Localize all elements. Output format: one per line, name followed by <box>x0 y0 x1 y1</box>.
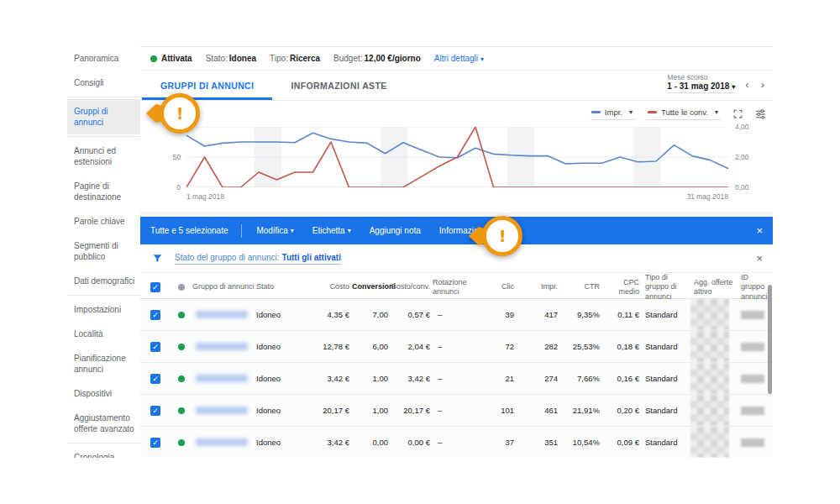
column-header[interactable]: Gruppo di annunci <box>192 282 256 291</box>
close-icon[interactable]: × <box>756 224 763 237</box>
date-next-button[interactable]: › <box>759 79 766 93</box>
sidebar-item-localit-[interactable]: Località <box>67 322 140 346</box>
cell-id-gruppo-redacted <box>741 375 764 383</box>
sidebar-item-segmenti-di-pubblico[interactable]: Segmenti di pubblico <box>67 234 140 269</box>
cell-agg-offerte-redacted <box>690 331 729 362</box>
action-modifica[interactable]: Modifica▾ <box>256 226 293 235</box>
cell-cpc_medio: 0,16 € <box>602 374 642 383</box>
cell-stato: Idoneo <box>256 438 308 447</box>
sidebar-item-dispositivi[interactable]: Dispositivi <box>67 381 140 406</box>
cell-costo: 4,35 € <box>308 310 352 319</box>
column-header[interactable]: Costo <box>308 282 352 291</box>
y-left-tick-100: 100 <box>157 123 181 131</box>
sidebar-item-pianificazione-annunci[interactable]: Pianificazione annunci <box>67 346 140 381</box>
sidebar-item-dati-demografici[interactable]: Dati demografici <box>67 269 140 293</box>
adgroups-table: ✓Gruppo di annunciStatoCostoConversioniC… <box>140 273 773 458</box>
enabled-status-icon <box>178 407 185 414</box>
adgroup-name-redacted[interactable] <box>196 407 248 414</box>
column-header[interactable]: CTR <box>560 282 602 291</box>
sidebar-divider <box>67 295 140 296</box>
enabled-status-icon <box>178 439 185 446</box>
filter-bar: Stato del gruppo di annunci:Tutti gli at… <box>140 244 773 273</box>
sidebar-item-panoramica[interactable]: Panoramica <box>67 46 140 71</box>
campaign-field-tipo: Tipo:Ricerca <box>270 54 320 63</box>
adgroup-name-redacted[interactable] <box>196 311 248 318</box>
active-status-icon <box>150 55 157 62</box>
row-checkbox[interactable]: ✓ <box>150 310 160 320</box>
table-row[interactable]: ✓Idoneo3,42 €0,000,00 €–3735110,54%0,09 … <box>140 427 773 458</box>
table-row[interactable]: ✓Idoneo20,17 €1,0020,17 €–10146121,91%0,… <box>140 395 773 427</box>
column-header[interactable]: Rotazione annunci <box>433 278 470 297</box>
row-checkbox[interactable]: ✓ <box>150 374 160 384</box>
column-header[interactable]: Costo/conv. <box>391 282 433 291</box>
column-header[interactable]: Conversioni <box>352 282 391 291</box>
select-all-checkbox[interactable]: ✓ <box>150 282 160 292</box>
table-row[interactable]: ✓Idoneo12,78 €6,002,04 €–7228225,53%0,18… <box>140 331 773 363</box>
date-range-value[interactable]: 1 - 31 mag 2018▾ <box>667 81 735 93</box>
cell-costo_conv: 3,42 € <box>391 374 433 383</box>
sidebar-divider <box>67 136 140 137</box>
action-informazioni-aste[interactable]: Informazioni aste <box>439 226 503 235</box>
active-filter-chip[interactable]: Stato del gruppo di annunci:Tutti gli at… <box>175 253 341 265</box>
series-color-swatch <box>648 111 657 113</box>
tab-gruppi-di-annunci[interactable]: GRUPPI DI ANNUNCI <box>142 71 272 100</box>
enabled-status-icon <box>178 375 185 382</box>
cell-impr: 274 <box>517 374 560 383</box>
cell-id-gruppo-redacted <box>741 438 764 447</box>
campaign-status-bar: Attivata Stato:Idonea Tipo:Ricerca Budge… <box>140 47 773 71</box>
filter-icon[interactable] <box>152 253 163 264</box>
fullscreen-icon[interactable] <box>732 108 743 119</box>
row-checkbox[interactable]: ✓ <box>150 406 160 416</box>
date-prev-button[interactable]: ‹ <box>743 79 750 93</box>
cell-stato: Idoneo <box>256 310 308 319</box>
campaign-field-budget: Budget:12,00 €/giorno <box>333 54 421 63</box>
sidebar-item-gruppi-di-annunci[interactable]: Gruppi di annunci <box>67 99 140 134</box>
column-header[interactable]: Clic <box>470 282 517 291</box>
table-body: ✓Idoneo4,35 €7,000,57 €–394179,35%0,11 €… <box>140 299 773 458</box>
chevron-down-icon: ▾ <box>348 227 351 234</box>
cell-clic: 37 <box>470 438 517 447</box>
table-row[interactable]: ✓Idoneo3,42 €1,003,42 €–212747,66%0,16 €… <box>140 363 773 395</box>
cell-conversioni: 6,00 <box>352 342 391 351</box>
cell-clic: 21 <box>470 374 517 383</box>
sidebar-item-cronologia-modifiche[interactable]: Cronologia modifiche <box>67 445 140 458</box>
vertical-scrollbar[interactable] <box>768 285 772 394</box>
column-header[interactable]: Impr. <box>517 282 560 291</box>
column-header[interactable]: CPC medio <box>602 278 642 297</box>
legend-conversions[interactable]: Tutte le conv. ▾ <box>647 107 721 120</box>
more-details-link[interactable]: Altri dettagli▾ <box>434 54 484 63</box>
cell-costo_conv: 2,04 € <box>391 342 433 351</box>
sidebar-item-consigli[interactable]: Consigli <box>67 71 140 95</box>
cell-costo_conv: 0,57 € <box>391 310 433 319</box>
adgroup-name-redacted[interactable] <box>196 438 248 446</box>
status-column-icon <box>178 284 185 291</box>
cell-ctr: 21,91% <box>560 406 602 415</box>
sidebar-item-impostazioni[interactable]: Impostazioni <box>67 297 140 322</box>
sidebar-item-aggiustamento-offerte-avanzato[interactable]: Aggiustamento offerte avanzato <box>67 406 140 441</box>
y-left-tick-0: 0 <box>157 183 181 192</box>
sidebar-item-annunci-ed-estensioni[interactable]: Annunci ed estensioni <box>67 139 140 174</box>
column-header[interactable]: Tipo di gruppo di annunci <box>642 273 690 302</box>
x-tick-end: 31 mag 2018 <box>678 192 728 201</box>
adgroup-name-redacted[interactable] <box>196 343 248 350</box>
cell-id-gruppo-redacted <box>741 407 764 415</box>
tab-informazioni-aste[interactable]: INFORMAZIONI ASTE <box>272 71 405 100</box>
row-checkbox[interactable]: ✓ <box>150 438 160 448</box>
adgroup-name-redacted[interactable] <box>196 375 248 382</box>
chart-settings-icon[interactable] <box>755 108 766 119</box>
row-checkbox[interactable]: ✓ <box>150 342 160 352</box>
sidebar-item-pagine-di-destinazione[interactable]: Pagine di destinazione <box>67 174 140 209</box>
cell-id-gruppo-redacted <box>741 311 764 319</box>
table-row[interactable]: ✓Idoneo4,35 €7,000,57 €–394179,35%0,11 €… <box>140 299 773 331</box>
column-header[interactable]: Stato <box>256 282 308 291</box>
cell-clic: 101 <box>470 406 517 415</box>
action-etichetta[interactable]: Etichetta▾ <box>312 226 351 235</box>
y-right-tick-0: 0,00 <box>735 183 749 192</box>
cell-clic: 39 <box>470 310 517 319</box>
chevron-down-icon: ▾ <box>732 83 735 91</box>
action-aggiungi-nota[interactable]: Aggiungi nota <box>370 226 421 235</box>
sidebar-item-parole-chiave[interactable]: Parole chiave <box>67 209 140 234</box>
legend-impressions[interactable]: Impr. ▾ <box>591 107 635 120</box>
close-icon[interactable]: × <box>756 252 763 265</box>
column-header[interactable]: Agg. offerte attivo <box>690 278 741 297</box>
